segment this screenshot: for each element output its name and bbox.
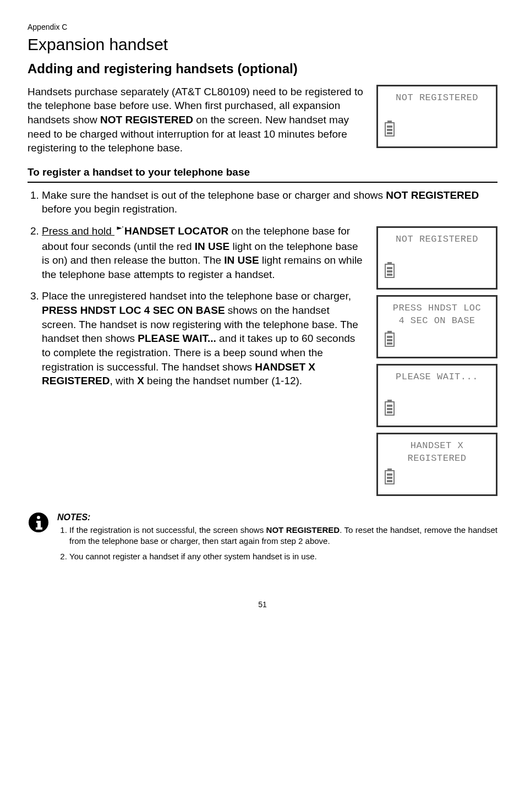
steps-left-col: Press and hold HANDSET LOCATOR on the te… (28, 224, 367, 396)
intro-row: Handsets purchase separately (AT&T CL801… (28, 85, 497, 155)
screen-text: PLEASE WAIT... (382, 371, 491, 384)
notes-list: If the registration is not successful, t… (57, 525, 497, 563)
svg-point-2 (37, 516, 40, 519)
step3-bold-wait: PLEASE WAIT... (138, 333, 216, 344)
notes-label: NOTES: (57, 511, 497, 524)
step3-text-a: Place the unregistered handset into the … (42, 290, 351, 302)
screen-handset-registered: HANDSET X REGISTERED (376, 433, 497, 496)
screen-text: NOT REGISTERED (382, 92, 491, 105)
battery-icon (382, 264, 491, 282)
steps-list: Make sure the handset is out of the tele… (28, 188, 497, 216)
screen-text: NOT REGISTERED (382, 233, 491, 246)
register-heading: To register a handset to your telephone … (28, 165, 497, 179)
page-number: 51 (28, 600, 497, 610)
notes-section: NOTES: If the registration is not succes… (28, 511, 497, 566)
battery-icon (382, 470, 491, 489)
step-2: Press and hold HANDSET LOCATOR on the te… (42, 224, 367, 282)
screen-please-wait: PLEASE WAIT... (376, 364, 497, 427)
svg-rect-5 (36, 527, 42, 530)
note1-text-a: If the registration is not successful, t… (69, 525, 266, 535)
step3-bold-press: PRESS HNDST LOC 4 SEC ON BASE (42, 304, 225, 316)
note-1: If the registration is not successful, t… (69, 525, 497, 547)
step3-text-g: , with (110, 375, 138, 386)
step2-bold-locator: HANDSET LOCATOR (124, 225, 228, 237)
screen-text-l1: PRESS HNDST LOC (382, 302, 491, 315)
intro-bold: NOT REGISTERED (100, 114, 193, 126)
step1-text-a: Make sure the handset is out of the tele… (42, 189, 386, 201)
step3-bold-x: X (137, 375, 144, 386)
appendix-label: Appendix C (28, 22, 497, 32)
intro-paragraph: Handsets purchase separately (AT&T CL801… (28, 85, 367, 155)
notes-body: NOTES: If the registration is not succes… (57, 511, 497, 566)
subheading: Adding and registering handsets (optiona… (28, 60, 497, 78)
screen-text-l2: 4 SEC ON BASE (382, 315, 491, 328)
steps-screens-row: Press and hold HANDSET LOCATOR on the te… (28, 224, 497, 496)
heading-rule (28, 182, 497, 183)
screen-text-l2: REGISTERED (382, 453, 491, 465)
screens-column: NOT REGISTERED PRESS HNDST LOC 4 SEC ON … (376, 226, 497, 496)
section-heading: Expansion handset (28, 34, 497, 56)
note-2: You cannot register a handset if any oth… (69, 551, 497, 562)
steps-list-cont: Press and hold HANDSET LOCATOR on the te… (28, 224, 367, 388)
note1-bold: NOT REGISTERED (266, 525, 340, 535)
step-3: Place the unregistered handset into the … (42, 289, 367, 388)
step3-text-i: being the handset number (1-12). (144, 375, 302, 386)
battery-icon (382, 122, 491, 141)
svg-point-0 (122, 226, 123, 227)
step1-bold: NOT REGISTERED (386, 189, 479, 201)
step2-bold-inuse1: IN USE (195, 241, 229, 252)
step1-text-c: before you begin registration. (42, 203, 177, 215)
screen-press-hndst: PRESS HNDST LOC 4 SEC ON BASE (376, 295, 497, 358)
screen-not-registered-side: NOT REGISTERED (376, 226, 497, 290)
screen-not-registered-top: NOT REGISTERED (376, 85, 497, 148)
step2-underlined: Press and hold (42, 225, 114, 237)
locator-icon (114, 225, 124, 239)
info-icon (28, 511, 50, 537)
battery-icon (382, 333, 491, 351)
screen-text-l1: HANDSET X (382, 440, 491, 453)
step-1: Make sure the handset is out of the tele… (42, 188, 497, 216)
battery-icon (382, 401, 491, 420)
step2-bold-inuse2: IN USE (224, 254, 259, 266)
svg-rect-4 (37, 521, 41, 528)
